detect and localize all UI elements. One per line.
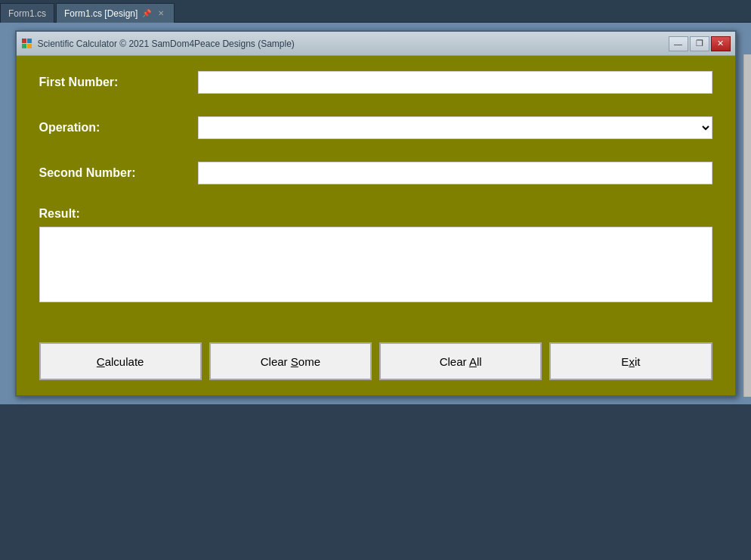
second-number-label: Second Number:	[39, 166, 198, 180]
main-design-area: Scientific Calculator © 2021 SamDom4Peac…	[0, 23, 751, 404]
tab-form1cs[interactable]: Form1.cs	[0, 3, 54, 23]
exit-label-rest: it	[635, 355, 641, 368]
result-textarea[interactable]	[39, 227, 712, 302]
first-number-input[interactable]	[198, 71, 712, 94]
calculate-button[interactable]: Calculate	[39, 342, 202, 380]
tab-bar: Form1.cs Form1.cs [Design] 📌 ✕	[0, 0, 751, 23]
operation-row: Operation: + - * / sqrt pow log sin cos	[39, 116, 712, 139]
operation-label: Operation:	[39, 121, 198, 135]
win-form: Scientific Calculator © 2021 SamDom4Peac…	[15, 30, 737, 397]
exit-button[interactable]: Exit	[549, 342, 712, 380]
form-body: First Number: Operation: + - * / sqrt	[17, 56, 735, 335]
form-scrollbar[interactable]	[743, 54, 751, 397]
second-number-input[interactable]	[198, 162, 712, 184]
win-form-wrapper: Scientific Calculator © 2021 SamDom4Peac…	[8, 30, 743, 397]
clear-all-underline: A	[469, 355, 477, 368]
tab-close-button[interactable]: ✕	[156, 8, 166, 19]
result-label: Result:	[39, 207, 712, 221]
first-number-label: First Number:	[39, 76, 198, 89]
title-bar: Scientific Calculator © 2021 SamDom4Peac…	[17, 32, 735, 56]
calculate-underline: C	[97, 355, 105, 368]
tab-form1cs-design[interactable]: Form1.cs [Design] 📌 ✕	[56, 3, 175, 23]
second-number-row: Second Number:	[39, 162, 712, 184]
pin-icon: 📌	[142, 9, 151, 17]
tab-label: Form1.cs	[8, 8, 46, 19]
clear-some-underline: S	[291, 355, 298, 368]
first-number-row: First Number:	[39, 71, 712, 94]
minimize-button[interactable]: —	[669, 36, 688, 51]
clear-all-button[interactable]: Clear All	[379, 342, 542, 380]
exit-underline: x	[629, 355, 635, 368]
calculate-label-rest: alculate	[105, 355, 144, 368]
tab-label: Form1.cs [Design]	[64, 8, 138, 19]
close-button[interactable]: ✕	[711, 36, 731, 51]
window-title: Scientific Calculator © 2021 SamDom4Peac…	[38, 39, 669, 49]
result-section: Result:	[39, 207, 712, 305]
operation-select[interactable]: + - * / sqrt pow log sin cos tan	[198, 116, 712, 139]
buttons-row: Calculate Clear Some Clear All Exit	[17, 335, 735, 395]
clear-some-label-rest: ome	[298, 355, 320, 368]
restore-button[interactable]: ❐	[690, 36, 709, 51]
app-icon	[21, 38, 33, 50]
clear-some-button[interactable]: Clear Some	[209, 342, 372, 380]
window-controls: — ❐ ✕	[669, 36, 731, 51]
clear-all-label-rest: ll	[477, 355, 482, 368]
ide-window: Form1.cs Form1.cs [Design] 📌 ✕	[0, 0, 751, 560]
